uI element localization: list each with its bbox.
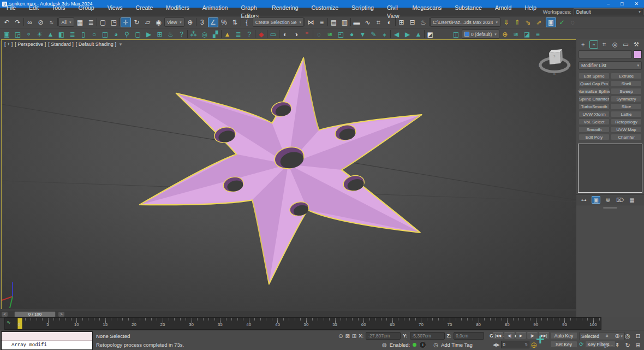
pin-stack-icon[interactable]: ⊶ xyxy=(580,196,588,204)
reference-coordinate-dropdown[interactable]: View ▾ xyxy=(164,17,184,27)
about-icon[interactable]: ? ▾ xyxy=(244,29,254,39)
field-of-view-icon[interactable]: ▷ xyxy=(602,341,612,349)
material-editor-icon[interactable]: ◐ ▾ xyxy=(384,17,395,27)
cloth-icon[interactable]: ▼ ▾ xyxy=(357,29,368,39)
redo-icon[interactable]: ↷ ▾ xyxy=(13,17,23,27)
tab-display[interactable]: ▭ xyxy=(621,40,630,49)
modifier-sweep[interactable]: Sweep xyxy=(611,88,642,94)
target-icon[interactable]: ◎ ▾ xyxy=(199,29,210,39)
separator[interactable]: ▾ xyxy=(350,18,351,26)
info-icon[interactable]: i xyxy=(419,341,426,348)
select-and-move-icon[interactable]: ✛ ▾ xyxy=(121,17,131,27)
material-ball-icon[interactable]: ◐ ▾ xyxy=(280,29,290,39)
modifier-vol-select[interactable]: Vol. Select xyxy=(579,118,610,125)
modifier-slice[interactable]: Slice xyxy=(611,103,642,110)
separator[interactable]: ▾ xyxy=(187,30,188,38)
walk-through-icon[interactable]: ↟ xyxy=(612,341,622,349)
object-name-field[interactable] xyxy=(579,50,632,58)
viewport-menu-renderer[interactable]: [ Standard ] xyxy=(48,41,74,47)
add-create-button[interactable]: + xyxy=(532,331,548,348)
separator[interactable]: ▾ xyxy=(395,18,396,26)
material-add-icon[interactable]: ◑ ▾ xyxy=(291,29,301,39)
track-bar[interactable]: ∿ 05101520253035404550556065707580859095… xyxy=(4,317,601,330)
select-and-link-icon[interactable]: ∞ ▾ xyxy=(25,17,35,27)
tab-utilities[interactable]: ⚒ xyxy=(632,40,641,49)
workspace-dropdown[interactable]: Default ▾ xyxy=(574,8,643,15)
blob-icon[interactable]: ● ▾ xyxy=(347,29,357,39)
wand-icon[interactable]: ⁎ ▾ xyxy=(379,29,390,39)
window-crossing-icon[interactable]: ◳ ▾ xyxy=(109,17,119,27)
unlink-selection-icon[interactable]: ⊘ ▾ xyxy=(35,17,46,27)
layer-props-icon[interactable]: ≡ ▾ xyxy=(533,29,543,39)
close-button[interactable]: ✕ xyxy=(634,1,639,7)
modifier-uvw-map[interactable]: UVW Map xyxy=(611,126,642,133)
help-circle-icon[interactable]: ? ▾ xyxy=(176,29,187,39)
select-by-name-icon[interactable]: ≣ ▾ xyxy=(86,17,96,27)
select-and-place-icon[interactable]: ◉ ▾ xyxy=(153,17,164,27)
spinner-snap-icon[interactable]: ⇅ ▾ xyxy=(230,17,240,27)
perspective-viewport[interactable]: [ + ][ Perspective ][ Standard ][ Defaul… xyxy=(1,39,576,310)
separator[interactable]: ▾ xyxy=(313,30,313,38)
key-mode-icon[interactable]: ⟳ xyxy=(579,341,583,347)
make-unique-icon[interactable]: ⋓ xyxy=(604,196,612,204)
separator[interactable]: ▾ xyxy=(545,18,545,26)
layer-dropdown[interactable]: 0 (default) ▾ xyxy=(462,29,499,39)
modifier-smooth[interactable]: Smooth xyxy=(579,126,610,133)
separator[interactable]: ▾ xyxy=(241,18,241,26)
paint-icon[interactable]: ▞ ▾ xyxy=(210,29,220,39)
modifier-edit-poly[interactable]: Edit Poly xyxy=(579,134,610,140)
prev-frame-button[interactable]: ◀| xyxy=(504,332,515,339)
modifier-spline-chamfer[interactable]: Spline Chamfer xyxy=(579,96,610,102)
current-frame-field[interactable]: 0 ⇅ xyxy=(501,341,529,348)
megascans-chevron-icon[interactable]: ≋ ▾ xyxy=(325,29,335,39)
select-object-icon[interactable]: ▦ ▾ xyxy=(75,17,85,27)
notes-list-icon[interactable]: ≣ ▾ xyxy=(67,29,77,39)
key-step-icon[interactable]: ◀▶ xyxy=(493,342,499,347)
select-and-rotate-icon[interactable]: ↻ ▾ xyxy=(132,17,142,27)
viewport-filter-icon[interactable]: ▼ xyxy=(118,42,123,47)
sun-positioner-icon[interactable]: ☀ ▾ xyxy=(34,29,45,39)
region-icon[interactable]: ▢ ▾ xyxy=(133,29,143,39)
tab-motion[interactable]: ◎ xyxy=(611,40,619,49)
panel-resize-handle[interactable] xyxy=(603,207,617,209)
pen-icon[interactable]: ✎ ▾ xyxy=(368,29,379,39)
isolate-selection-icon[interactable]: ⊙ xyxy=(338,333,343,339)
transform-gizmo-icon[interactable]: ⊞ xyxy=(352,333,356,339)
arrow-left-icon[interactable]: ◀ ▾ xyxy=(391,29,402,39)
show-end-result-icon[interactable]: ▣ xyxy=(592,196,600,204)
rectangular-selection-icon[interactable]: ▢ ▾ xyxy=(98,17,108,27)
percent-snap-icon[interactable]: % ▾ xyxy=(219,17,229,27)
project-folder-dropdown[interactable]: C:\Users\Paz...3ds Max 2024 ▾ xyxy=(430,17,500,27)
curve-editor-icon[interactable]: ∿ ▾ xyxy=(362,17,373,27)
modifier-extrude[interactable]: Extrude xyxy=(611,73,642,79)
select-and-scale-icon[interactable]: ▱ ▾ xyxy=(142,17,153,27)
shuriken-model[interactable] xyxy=(2,40,576,310)
macro-recorder-line[interactable] xyxy=(2,332,92,341)
align-icon[interactable]: ≡ ▾ xyxy=(317,17,327,27)
maxscript-mini-listener[interactable]: Array modifi xyxy=(1,331,93,350)
auto-key-button[interactable]: Auto Key xyxy=(550,332,577,339)
configure-modifier-sets-icon[interactable]: ▦ xyxy=(628,196,636,204)
teapot-icon[interactable]: ♨ ▾ xyxy=(165,29,176,39)
zoom-extents-icon[interactable]: ◎ xyxy=(623,331,633,340)
time-slider-handle[interactable]: 0 / 100 xyxy=(14,311,56,317)
selection-filter-dropdown[interactable]: All ▾ xyxy=(58,17,74,27)
checklist-icon[interactable]: ≣ ▾ xyxy=(233,29,243,39)
zoom-all-icon[interactable]: ⊕ xyxy=(612,331,622,340)
use-pivot-point-icon[interactable]: ⊕ ▾ xyxy=(185,17,195,27)
render-production-icon[interactable]: ♨ ▾ xyxy=(418,17,428,27)
minimize-button[interactable]: – xyxy=(607,1,610,7)
video-icon[interactable]: ▶ ▾ xyxy=(144,29,154,39)
zoom-icon[interactable]: ⌖ xyxy=(602,331,612,340)
tab-hierarchy[interactable]: ⌗ xyxy=(600,40,609,49)
separator[interactable]: ▾ xyxy=(23,18,24,26)
separator[interactable]: ▾ xyxy=(196,18,196,26)
modifier-retopology[interactable]: Retopology xyxy=(611,118,642,125)
modifier-list-dropdown[interactable]: Modifier List ▾ xyxy=(579,61,642,70)
modifier-edit-spline[interactable]: Edit Spline xyxy=(579,73,610,79)
separator[interactable]: ▾ xyxy=(57,18,58,26)
vray-gem-icon[interactable]: ◆ ▾ xyxy=(256,29,266,39)
viewport-menu-general[interactable]: [ + ] xyxy=(4,41,13,47)
time-config-icon[interactable]: ◍ xyxy=(382,342,387,348)
modifier-shell[interactable]: Shell xyxy=(611,80,642,87)
